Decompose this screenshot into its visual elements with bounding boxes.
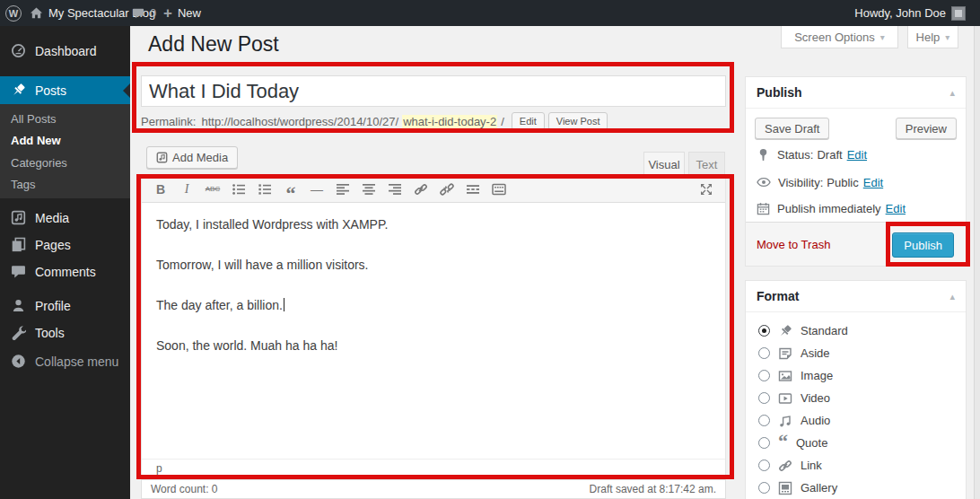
link-icon[interactable] (411, 179, 431, 199)
unlink-icon[interactable] (437, 179, 457, 199)
bold-icon[interactable]: B (151, 179, 171, 199)
toolbar-toggle-icon[interactable] (489, 179, 509, 199)
align-right-icon[interactable] (385, 179, 405, 199)
move-to-trash-link[interactable]: Move to Trash (757, 238, 830, 251)
new-content-menu[interactable]: + New (163, 0, 201, 26)
submenu-item-tags[interactable]: Tags (0, 173, 130, 196)
wordpress-logo-menu[interactable]: W (5, 0, 22, 26)
horizontal-rule-icon[interactable]: — (307, 179, 327, 199)
editor-toolbar: B I ABC “ — (142, 176, 725, 203)
edit-schedule-link[interactable]: Edit (886, 202, 906, 215)
edit-visibility-link[interactable]: Edit (863, 176, 883, 189)
format-label: Aside (801, 346, 830, 360)
schedule-row: Publish immediately Edit (757, 202, 906, 215)
format-box-header[interactable]: Format ▴ (746, 281, 966, 312)
text-caret (284, 298, 284, 311)
sidebar-item-dashboard[interactable]: Dashboard (0, 37, 130, 65)
radio-video[interactable] (758, 392, 770, 404)
sidebar-label-posts: Posts (35, 83, 66, 98)
sidebar-item-media[interactable]: Media (0, 204, 130, 232)
home-icon (30, 6, 43, 20)
visibility-row: Visibility: Public Edit (757, 175, 883, 189)
status-label: Status: (777, 148, 813, 162)
sidebar-item-tools[interactable]: Tools (0, 319, 130, 346)
word-count-label: Word count: (151, 483, 208, 495)
post-title-input[interactable] (141, 75, 726, 107)
sidebar-item-posts[interactable]: Posts (0, 76, 130, 104)
aside-icon (778, 346, 792, 361)
format-option-audio[interactable]: Audio (758, 409, 830, 432)
align-left-icon[interactable] (333, 179, 353, 199)
tab-text[interactable]: Text (688, 152, 725, 176)
add-media-button[interactable]: Add Media (146, 146, 238, 169)
align-center-icon[interactable] (359, 179, 379, 199)
editor-element-path: p (142, 459, 725, 477)
link-icon (778, 459, 792, 473)
edit-status-link[interactable]: Edit (847, 148, 867, 162)
radio-aside[interactable] (758, 347, 770, 359)
permalink-label: Permalink: (141, 115, 196, 128)
format-option-quote[interactable]: “ Quote (758, 432, 827, 454)
view-post-button[interactable]: View Post (548, 112, 608, 130)
radio-audio[interactable] (758, 415, 770, 426)
edit-permalink-button[interactable]: Edit (512, 112, 545, 130)
format-option-image[interactable]: Image (758, 364, 833, 387)
comments-icon (11, 264, 26, 279)
publishing-actions: Move to Trash Publish (746, 222, 966, 266)
draft-saved-status: Draft saved at 8:17:42 am. (590, 483, 716, 495)
editor-content-area[interactable]: Today, I installed Wordpress with XAMPP.… (142, 204, 725, 456)
panel-toggle-icon[interactable]: ▴ (949, 291, 955, 302)
submenu-item-categories[interactable]: Categories (0, 152, 130, 174)
format-option-link[interactable]: Link (758, 454, 822, 477)
format-label: Audio (801, 414, 830, 427)
scrollbar[interactable] (974, 26, 980, 499)
blockquote-icon[interactable]: “ (281, 179, 301, 199)
comments-menu[interactable]: 0 (132, 0, 156, 26)
publish-box: Publish ▴ Save Draft Preview Status: Dra… (745, 76, 967, 267)
plus-icon: + (163, 4, 172, 22)
sidebar-item-comments[interactable]: Comments (0, 258, 130, 285)
post-editor: B I ABC “ — (141, 175, 726, 477)
radio-link[interactable] (758, 460, 770, 471)
avatar (951, 6, 966, 21)
save-draft-button[interactable]: Save Draft (755, 118, 829, 139)
radio-image[interactable] (758, 370, 770, 381)
submenu-item-add-new[interactable]: Add New (0, 129, 130, 152)
radio-quote[interactable] (758, 437, 770, 449)
bullet-list-icon[interactable] (229, 179, 249, 199)
fullscreen-icon[interactable] (696, 179, 716, 199)
sidebar-item-profile[interactable]: Profile (0, 292, 130, 320)
help-tab[interactable]: Help ▾ (907, 26, 958, 48)
word-count-value: 0 (212, 483, 218, 495)
publish-box-header[interactable]: Publish ▴ (746, 77, 966, 109)
preview-button[interactable]: Preview (896, 118, 957, 139)
pushpin-icon (11, 83, 26, 98)
strikethrough-icon[interactable]: ABC (203, 179, 223, 199)
format-box-title: Format (757, 289, 799, 303)
panel-toggle-icon[interactable]: ▴ (949, 87, 955, 99)
radio-standard[interactable] (758, 325, 770, 337)
submenu-item-all-posts[interactable]: All Posts (0, 108, 130, 130)
sidebar-item-pages[interactable]: Pages (0, 231, 130, 258)
screen-options-tab[interactable]: Screen Options ▾ (781, 26, 898, 48)
format-option-aside[interactable]: Aside (758, 342, 830, 364)
format-label: Gallery (801, 481, 837, 495)
posts-submenu: All Posts Add New Categories Tags (0, 104, 130, 198)
radio-gallery[interactable] (758, 482, 770, 494)
sidebar-label-tools: Tools (35, 326, 65, 340)
format-option-gallery[interactable]: Gallery (758, 477, 837, 499)
account-menu[interactable]: Howdy, John Doe (854, 0, 946, 26)
more-tag-icon[interactable] (463, 179, 483, 199)
publish-button[interactable]: Publish (892, 232, 954, 258)
tab-visual[interactable]: Visual (643, 152, 685, 176)
numbered-list-icon[interactable] (255, 179, 275, 199)
format-option-standard[interactable]: Standard (758, 320, 848, 342)
profile-icon (11, 298, 26, 313)
account-menu-avatar[interactable] (951, 0, 966, 26)
publish-box-title: Publish (757, 85, 802, 100)
add-media-label: Add Media (172, 151, 228, 164)
format-option-video[interactable]: Video (758, 387, 830, 409)
italic-icon[interactable]: I (177, 179, 197, 199)
permalink-base: http://localhost/wordpress/2014/10/27/ (201, 115, 398, 128)
sidebar-item-collapse-menu[interactable]: Collapse menu (0, 347, 130, 375)
